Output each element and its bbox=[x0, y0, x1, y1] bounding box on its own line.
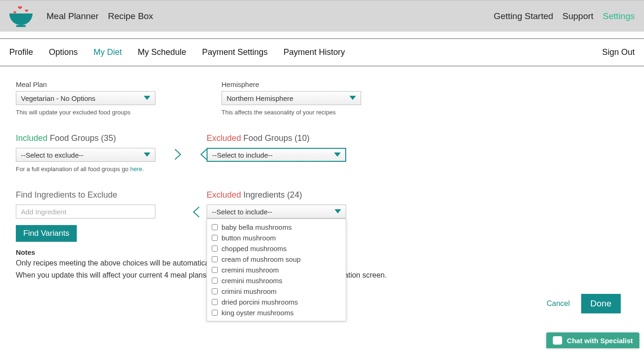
checkbox[interactable] bbox=[212, 299, 218, 305]
tab-my-diet[interactable]: My Diet bbox=[94, 47, 122, 57]
tab-payment-history[interactable]: Payment History bbox=[283, 47, 345, 57]
hemisphere-helper: This affects the seasonality of your rec… bbox=[221, 109, 361, 116]
checkbox[interactable] bbox=[212, 235, 218, 241]
excluded-ingredients-title: Excluded Ingredients (24) bbox=[207, 190, 365, 200]
svg-marker-3 bbox=[334, 153, 341, 157]
dropdown-item-label: king oyster mushrooms bbox=[221, 309, 294, 317]
hemisphere-value: Northern Hemisphere bbox=[227, 94, 293, 102]
svg-marker-0 bbox=[144, 96, 150, 100]
dropdown-item[interactable]: chopped mushrooms bbox=[207, 243, 346, 254]
dropdown-item[interactable]: king oyster mushrooms bbox=[207, 307, 346, 318]
hemisphere-group: Hemisphere Northern Hemisphere This affe… bbox=[221, 80, 361, 116]
nav-recipe-box[interactable]: Recipe Box bbox=[108, 11, 153, 21]
add-ingredient-input[interactable] bbox=[16, 205, 155, 219]
nav-meal-planner[interactable]: Meal Planner bbox=[47, 11, 99, 21]
bowl-icon bbox=[9, 13, 33, 25]
meal-plan-value: Vegetarian - No Options bbox=[21, 94, 95, 102]
dropdown-item[interactable]: baby bella mushrooms bbox=[207, 222, 346, 232]
done-button[interactable]: Done bbox=[581, 294, 621, 313]
logo[interactable]: ❤ ❤ ❤ bbox=[9, 5, 33, 28]
find-ingredients-group: Find Ingredients to Exclude Find Variant… bbox=[16, 190, 155, 242]
dropdown-item-label: crimini mushroom bbox=[221, 287, 276, 295]
checkbox[interactable] bbox=[212, 224, 218, 230]
tab-payment-settings[interactable]: Payment Settings bbox=[202, 47, 268, 57]
meal-plan-helper: This will update your excluded food grou… bbox=[16, 109, 155, 116]
svg-marker-4 bbox=[335, 209, 341, 213]
excluded-groups-select[interactable]: --Select to include-- bbox=[207, 148, 346, 162]
excluded-ingredients-group: Excluded Ingredients (24) --Select to in… bbox=[207, 190, 365, 219]
included-groups-select[interactable]: --Select to exclude-- bbox=[16, 148, 155, 162]
move-left-icon[interactable] bbox=[193, 206, 200, 218]
checkbox[interactable] bbox=[212, 267, 218, 273]
dropdown-item-label: cremini mushrooms bbox=[221, 277, 282, 285]
dropdown-item[interactable]: button mushroom bbox=[207, 232, 346, 243]
top-header: ❤ ❤ ❤ Meal Planner Recipe Box Getting St… bbox=[0, 0, 644, 32]
checkbox[interactable] bbox=[212, 256, 218, 262]
dropdown-item[interactable]: cremini mushrooms bbox=[207, 275, 346, 286]
dropdown-item[interactable]: cremini mushroom bbox=[207, 265, 346, 275]
checkbox[interactable] bbox=[212, 288, 218, 294]
find-ingredients-title: Find Ingredients to Exclude bbox=[16, 190, 155, 200]
excluded-ingredients-select[interactable]: --Select to include-- bbox=[207, 205, 346, 219]
top-nav: Meal Planner Recipe Box bbox=[47, 11, 153, 21]
dropdown-item-label: cream of mushroom soup bbox=[221, 255, 301, 263]
meal-plan-label: Meal Plan bbox=[16, 80, 155, 88]
top-nav-right: Getting Started Support Settings bbox=[494, 11, 635, 21]
dropdown-item-label: cremini mushroom bbox=[221, 266, 279, 274]
dropdown-item[interactable]: dried porcini mushrooms bbox=[207, 297, 346, 307]
checkbox[interactable] bbox=[212, 246, 218, 252]
food-groups-help-link[interactable]: here bbox=[130, 166, 142, 173]
find-variants-button[interactable]: Find Variants bbox=[16, 225, 77, 242]
nav-support[interactable]: Support bbox=[563, 11, 594, 21]
chevron-down-icon bbox=[334, 153, 341, 157]
hemisphere-label: Hemisphere bbox=[221, 80, 361, 88]
nav-getting-started[interactable]: Getting Started bbox=[494, 11, 553, 21]
settings-subnav: Profile Options My Diet My Schedule Paym… bbox=[0, 38, 644, 66]
svg-marker-2 bbox=[144, 153, 150, 157]
dropdown-item-label: chopped mushrooms bbox=[221, 245, 287, 252]
excluded-groups-title: Excluded Food Groups (10) bbox=[207, 133, 346, 143]
checkbox[interactable] bbox=[212, 310, 218, 316]
chevron-down-icon bbox=[144, 96, 150, 100]
dropdown-item-label: dried porcini mushrooms bbox=[221, 298, 298, 306]
excluded-ingredients-dropdown[interactable]: baby bella mushroomsbutton mushroomchopp… bbox=[207, 219, 346, 321]
hemisphere-select[interactable]: Northern Hemisphere bbox=[221, 91, 361, 105]
cancel-link[interactable]: Cancel bbox=[547, 299, 570, 308]
dropdown-item-label: baby bella mushrooms bbox=[221, 223, 292, 231]
checkbox[interactable] bbox=[212, 278, 218, 284]
my-diet-form: Meal Plan Vegetarian - No Options This w… bbox=[0, 66, 644, 323]
included-groups-title: Included Food Groups (35) bbox=[16, 133, 155, 143]
excluded-groups: Excluded Food Groups (10) --Select to in… bbox=[207, 133, 346, 162]
chevron-down-icon bbox=[335, 209, 341, 214]
included-groups: Included Food Groups (35) --Select to ex… bbox=[16, 133, 155, 173]
dropdown-item[interactable]: crimini mushroom bbox=[207, 286, 346, 297]
heart-icon: ❤ bbox=[18, 5, 22, 11]
move-right-icon[interactable] bbox=[174, 148, 181, 160]
tab-my-schedule[interactable]: My Schedule bbox=[138, 47, 186, 57]
included-groups-helper: For a full explanation of all food group… bbox=[16, 166, 155, 173]
heart-icon: ❤ bbox=[25, 8, 28, 13]
dropdown-item-label: button mushroom bbox=[221, 234, 276, 242]
chevron-down-icon bbox=[349, 96, 356, 100]
nav-settings[interactable]: Settings bbox=[603, 11, 635, 21]
sign-out-link[interactable]: Sign Out bbox=[602, 47, 635, 57]
dropdown-item[interactable]: cream of mushroom soup bbox=[207, 254, 346, 265]
meal-plan-group: Meal Plan Vegetarian - No Options This w… bbox=[16, 80, 155, 116]
tab-options[interactable]: Options bbox=[49, 47, 78, 57]
tab-profile[interactable]: Profile bbox=[9, 47, 33, 57]
chevron-down-icon bbox=[144, 153, 150, 157]
meal-plan-select[interactable]: Vegetarian - No Options bbox=[16, 91, 155, 105]
svg-marker-1 bbox=[349, 96, 356, 100]
